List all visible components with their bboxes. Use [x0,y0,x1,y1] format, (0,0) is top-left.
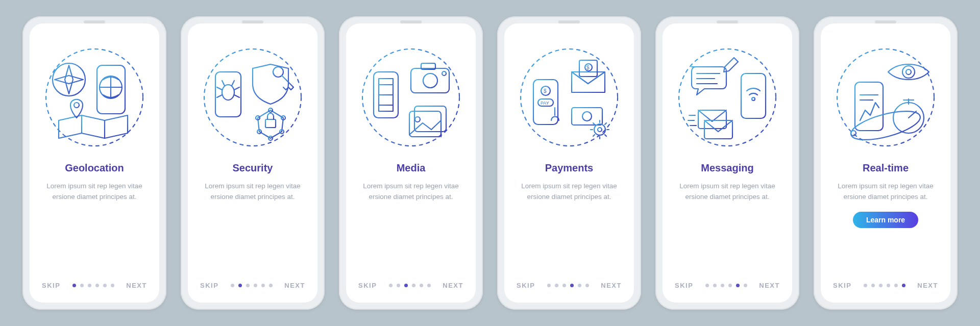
dot[interactable] [736,284,740,287]
dot[interactable] [570,284,574,287]
dot[interactable] [887,284,890,287]
dot[interactable] [864,284,867,287]
dot[interactable] [238,284,242,287]
dot[interactable] [231,284,234,287]
svg-text:PAY: PAY [541,101,549,106]
svg-point-26 [521,49,618,146]
dot[interactable] [578,284,581,287]
card-description: Lorem ipsum sit rep legen vitae ersione … [199,181,306,203]
skip-button[interactable]: SKIP [358,282,377,289]
dot[interactable] [80,284,84,287]
page-dots [231,284,273,287]
dot[interactable] [246,284,250,287]
dot[interactable] [389,284,393,287]
svg-point-36 [582,112,592,121]
onboarding-nav: SKIP NEXT [357,282,464,291]
card-title: Security [199,162,306,174]
skip-button[interactable]: SKIP [200,282,218,289]
card-description: Lorem ipsum sit rep legen vitae ersione … [41,181,148,203]
svg-text:$: $ [544,88,547,94]
dot[interactable] [555,284,558,287]
svg-point-45 [902,66,915,78]
card-title: Geolocation [41,162,148,174]
svg-point-38 [598,128,602,132]
dot[interactable] [72,284,76,287]
dot[interactable] [412,284,415,287]
svg-point-1 [53,63,85,96]
phone-frame: Real-time Lorem ipsum sit rep legen vita… [814,16,958,310]
onboarding-nav: SKIP NEXT [674,282,781,291]
page-dots [547,284,589,287]
svg-point-37 [594,124,605,135]
learn-more-button[interactable]: Learn more [853,212,918,228]
dot[interactable] [562,284,566,287]
dot[interactable] [713,284,717,287]
phone-frame: Media Lorem ipsum sit rep legen vitae er… [339,16,483,310]
next-button[interactable]: NEXT [443,282,463,289]
skip-button[interactable]: SKIP [833,282,851,289]
dot[interactable] [88,284,91,287]
security-icon [199,39,306,156]
svg-point-0 [46,49,143,146]
dot[interactable] [397,284,400,287]
onboarding-nav: SKIP NEXT [516,282,623,291]
svg-point-46 [906,69,911,74]
svg-point-41 [752,97,755,101]
dot[interactable] [103,284,107,287]
svg-point-21 [423,73,437,88]
svg-rect-9 [265,119,276,128]
phone-frame: Geolocation Lorem ipsum sit rep legen vi… [22,16,166,310]
svg-point-25 [415,117,420,122]
next-button[interactable]: NEXT [601,282,622,289]
dot[interactable] [254,284,257,287]
svg-point-49 [848,106,923,146]
onboarding-screen: Real-time Lorem ipsum sit rep legen vita… [821,23,950,303]
dot[interactable] [871,284,875,287]
dot[interactable] [427,284,431,287]
svg-point-50 [851,131,856,136]
dot[interactable] [547,284,551,287]
dot[interactable] [894,284,898,287]
dot[interactable] [744,284,747,287]
phone-row: Geolocation Lorem ipsum sit rep legen vi… [0,0,980,326]
card-description: Lorem ipsum sit rep legen vitae ersione … [516,181,623,203]
onboarding-screen: Security Lorem ipsum sit rep legen vitae… [188,23,317,303]
dot[interactable] [585,284,589,287]
card-title: Payments [516,162,623,174]
dot[interactable] [261,284,265,287]
dot[interactable] [95,284,99,287]
onboarding-nav: SKIP NEXT [41,282,148,291]
onboarding-nav: SKIP NEXT [199,282,306,291]
phone-frame: $ $ PAY Payments Lorem ipsum si [497,16,641,310]
card-description: Lorem ipsum sit rep legen vitae ersione … [832,181,939,203]
dot[interactable] [420,284,423,287]
dot[interactable] [404,284,408,287]
card-description: Lorem ipsum sit rep legen vitae ersione … [357,181,464,203]
next-button[interactable]: NEXT [284,282,305,289]
next-button[interactable]: NEXT [917,282,938,289]
dot[interactable] [728,284,732,287]
messaging-icon [674,39,781,156]
svg-point-5 [204,49,301,146]
dot[interactable] [269,284,273,287]
skip-button[interactable]: SKIP [675,282,693,289]
skip-button[interactable]: SKIP [517,282,535,289]
svg-text:$: $ [586,65,590,70]
geolocation-icon [41,39,148,156]
next-button[interactable]: NEXT [126,282,147,289]
payments-icon: $ $ PAY [516,39,623,156]
dot[interactable] [111,284,114,287]
page-dots [389,284,431,287]
svg-rect-6 [215,72,241,117]
phone-frame: Security Lorem ipsum sit rep legen vitae… [181,16,325,310]
dot[interactable] [879,284,883,287]
onboarding-screen: Media Lorem ipsum sit rep legen vitae er… [346,23,476,303]
dot[interactable] [902,284,905,287]
dot[interactable] [721,284,724,287]
next-button[interactable]: NEXT [759,282,780,289]
svg-rect-40 [741,73,766,118]
svg-point-22 [442,71,446,76]
skip-button[interactable]: SKIP [42,282,60,289]
dot[interactable] [705,284,709,287]
onboarding-screen: Geolocation Lorem ipsum sit rep legen vi… [30,23,159,303]
